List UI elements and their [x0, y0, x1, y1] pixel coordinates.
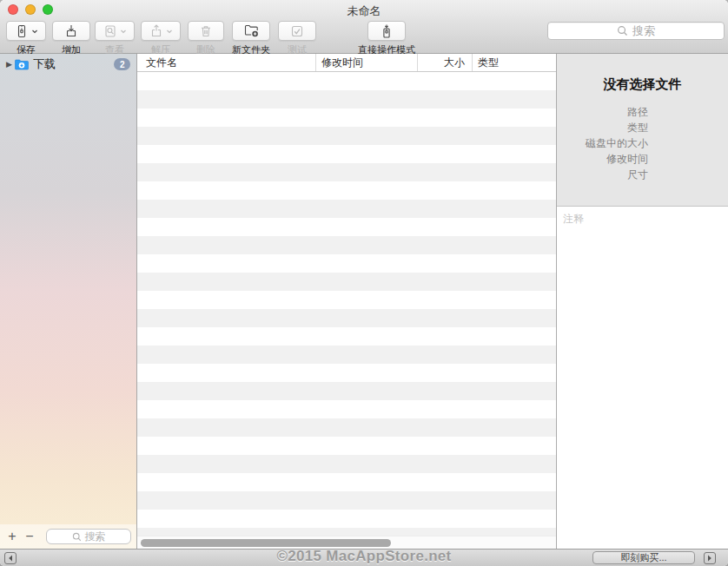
list-row [137, 491, 556, 510]
extract-button[interactable] [141, 21, 181, 41]
column-header-type[interactable]: 类型 [472, 54, 556, 71]
list-row [137, 236, 556, 254]
direct-mode-button[interactable] [367, 21, 406, 41]
zip-archive-icon [15, 24, 29, 38]
list-row [137, 382, 556, 400]
field-label-modified: 修改时间 [557, 151, 648, 167]
sidebar-search-input[interactable]: 搜索 [46, 529, 131, 544]
inspector-title: 没有选择文件 [557, 54, 728, 93]
add-archive-button[interactable]: + [3, 529, 21, 544]
list-row [137, 473, 556, 491]
buy-now-button[interactable]: 即刻购买... [592, 551, 695, 564]
sidebar-search-placeholder: 搜索 [85, 530, 106, 544]
list-row [137, 510, 556, 528]
sidebar: ▶ 下载 2 + − 搜索 [0, 54, 137, 549]
inspector-fields: 路径 类型 磁盘中的大小 修改时间 尺寸 [557, 104, 648, 182]
sidebar-footer: + − 搜索 [0, 524, 136, 549]
chevron-down-icon [166, 28, 173, 35]
preview-icon [103, 24, 117, 38]
sidebar-item-label: 下载 [33, 56, 114, 72]
item-count-badge: 2 [114, 58, 130, 70]
toolbar-search-placeholder: 搜索 [632, 23, 655, 39]
comments-textarea[interactable]: 注释 [557, 207, 728, 566]
column-header-modified[interactable]: 修改时间 [315, 54, 417, 71]
add-to-archive-icon [64, 24, 78, 38]
preview-button[interactable] [95, 21, 135, 41]
field-label-type: 类型 [557, 120, 648, 135]
list-row [137, 145, 556, 163]
list-row [137, 291, 556, 309]
sidebar-item-downloads[interactable]: ▶ 下载 2 [0, 56, 136, 73]
inspector-panel: 没有选择文件 路径 类型 磁盘中的大小 修改时间 尺寸 注释 [556, 54, 728, 549]
list-row [137, 437, 556, 455]
horizontal-scrollbar-thumb[interactable] [141, 539, 391, 547]
file-list-header: 文件名 修改时间 大小 类型 [137, 54, 556, 72]
save-button[interactable] [6, 21, 46, 41]
inspector-info: 没有选择文件 路径 类型 磁盘中的大小 修改时间 尺寸 [557, 54, 728, 207]
test-checkmark-icon [290, 24, 304, 38]
comments-placeholder: 注释 [563, 213, 584, 225]
titlebar-toolbar: 未命名 保存 增加 [0, 0, 728, 54]
list-row [137, 528, 556, 536]
remove-archive-button[interactable]: − [21, 529, 38, 544]
chevron-down-icon [31, 28, 38, 35]
list-row [137, 254, 556, 273]
field-label-dimensions: 尺寸 [557, 167, 648, 182]
list-row [137, 273, 556, 291]
list-row [137, 418, 556, 437]
downloads-folder-icon [15, 59, 29, 70]
trash-icon [199, 24, 213, 38]
direct-mode-icon [380, 24, 394, 38]
list-row [137, 327, 556, 346]
status-bar: ©2015 MacAppStore.net 即刻购买... [0, 549, 728, 566]
list-row [137, 90, 556, 109]
traffic-lights [8, 4, 53, 15]
list-row [137, 218, 556, 236]
list-row [137, 200, 556, 218]
list-row [137, 309, 556, 327]
list-row [137, 364, 556, 382]
app-window: 未命名 保存 增加 [0, 0, 728, 566]
add-button[interactable] [52, 21, 90, 41]
extract-icon [149, 24, 163, 38]
horizontal-scrollbar-track[interactable] [137, 536, 556, 549]
delete-button[interactable] [188, 21, 224, 41]
zoom-button[interactable] [43, 4, 53, 15]
field-label-size-on-disk: 磁盘中的大小 [557, 135, 648, 151]
search-icon [72, 532, 82, 542]
toggle-inspector-icon[interactable] [704, 552, 716, 564]
list-row [137, 400, 556, 418]
chevron-down-icon [120, 28, 127, 35]
search-icon [617, 25, 628, 36]
disclosure-triangle-icon[interactable]: ▶ [6, 60, 15, 69]
list-row [137, 455, 556, 473]
close-button[interactable] [8, 4, 18, 15]
file-list-rows [137, 72, 556, 536]
file-list: 文件名 修改时间 大小 类型 [137, 54, 556, 549]
column-header-filename[interactable]: 文件名 [137, 54, 315, 71]
list-row [137, 72, 556, 90]
toolbar-search-input[interactable]: 搜索 [547, 22, 725, 40]
test-button[interactable] [278, 21, 316, 41]
minimize-button[interactable] [25, 4, 36, 15]
list-row [137, 127, 556, 145]
list-row [137, 181, 556, 200]
window-title: 未命名 [61, 3, 667, 19]
list-row [137, 346, 556, 364]
new-folder-icon [244, 24, 259, 37]
field-label-path: 路径 [557, 104, 648, 120]
list-row [137, 109, 556, 127]
column-header-size[interactable]: 大小 [417, 54, 472, 71]
list-row [137, 163, 556, 181]
new-folder-button[interactable] [232, 21, 270, 41]
